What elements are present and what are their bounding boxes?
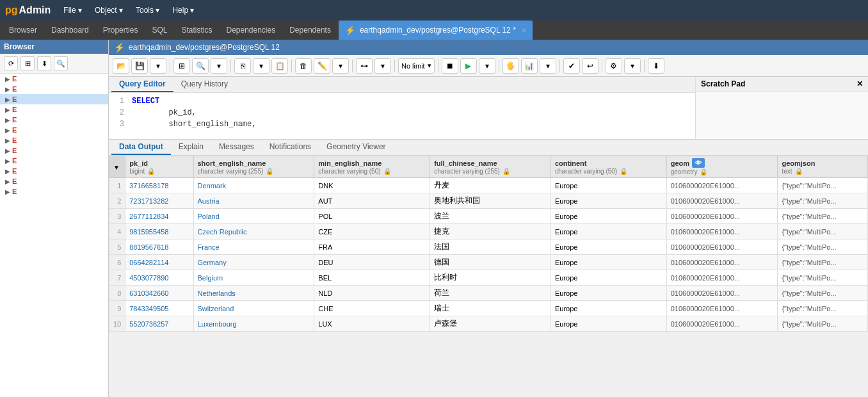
toolbar-filter[interactable]: 🔍 bbox=[192, 58, 209, 74]
toolbar-filter2[interactable]: ⊶ bbox=[356, 58, 373, 74]
tree-item-7[interactable]: ▶ E bbox=[0, 135, 108, 145]
col-header-full-chinese[interactable]: full_chinese_name character varying (255… bbox=[430, 156, 551, 178]
tab-dashboard[interactable]: Dashboard bbox=[45, 20, 95, 40]
query-icon: ⚡ bbox=[114, 42, 125, 53]
col-header-pkid[interactable]: pk_id bigint🔒 bbox=[125, 156, 193, 178]
query-editor-tab[interactable]: Query Editor bbox=[111, 77, 173, 92]
tab-query-tool[interactable]: ⚡ earthqadmin_dev/postgres@PostgreSQL 12… bbox=[339, 20, 533, 40]
table-row[interactable]: 1 3716658178 Denmark DNK 丹麦 Europe 01060… bbox=[109, 178, 868, 193]
sidebar-btn-search[interactable]: 🔍 bbox=[54, 56, 68, 70]
toolbar-view-data[interactable]: ⊞ bbox=[173, 58, 190, 74]
menu-object[interactable]: Object ▾ bbox=[90, 3, 128, 17]
tab-messages[interactable]: Messages bbox=[211, 140, 262, 155]
table-row[interactable]: 9 7843349505 Switzerland CHE 瑞士 Europe 0… bbox=[109, 301, 868, 316]
cell-geom: 0106000020E61000... bbox=[666, 286, 778, 301]
line-num-1: 1 bbox=[114, 95, 124, 107]
eye-icon[interactable]: 👁 bbox=[692, 158, 705, 168]
tab-query-close[interactable]: ✕ bbox=[521, 27, 526, 34]
sidebar-btn-1[interactable]: ⟳ bbox=[4, 56, 18, 70]
toolbar-copy[interactable]: ⎘ bbox=[234, 58, 251, 74]
col-header-geomjson[interactable]: geomjson text🔒 bbox=[778, 156, 868, 178]
menu-tools[interactable]: Tools ▾ bbox=[131, 3, 165, 17]
col-header-rownum: ▼ bbox=[109, 156, 125, 178]
menu-file[interactable]: File ▾ bbox=[58, 3, 87, 17]
table-row[interactable]: 5 8819567618 France FRA 法国 Europe 010600… bbox=[109, 239, 868, 255]
tree-item-8[interactable]: ▶ E bbox=[0, 145, 108, 156]
toolbar-analyze[interactable]: 📊 bbox=[521, 58, 538, 74]
tree-item-11[interactable]: ▶ E bbox=[0, 176, 108, 186]
tab-dependencies[interactable]: Dependencies bbox=[220, 20, 282, 40]
line-num-2: 2 bbox=[114, 107, 124, 118]
toolbar-run[interactable]: ▶ bbox=[460, 58, 477, 74]
table-row[interactable]: 10 5520736257 Luxembourg LUX 卢森堡 Europe … bbox=[109, 316, 868, 332]
tab-notifications[interactable]: Notifications bbox=[262, 140, 319, 155]
toolbar-filter2-dropdown[interactable]: ▾ bbox=[374, 58, 391, 74]
toolbar-paste[interactable]: 📋 bbox=[271, 58, 288, 74]
tree-icon-11: E bbox=[12, 177, 17, 185]
toolbar-save-dropdown[interactable]: ▾ bbox=[150, 58, 166, 74]
toolbar-filter-dropdown[interactable]: ▾ bbox=[211, 58, 227, 74]
table-row[interactable]: 4 9815955458 Czech Republic CZE 捷克 Europ… bbox=[109, 224, 868, 239]
tab-geometry-viewer[interactable]: Geometry Viewer bbox=[319, 140, 393, 155]
toolbar-explain[interactable]: 🖐 bbox=[502, 58, 519, 74]
tree-item-1[interactable]: ▶ E bbox=[0, 74, 108, 84]
col-header-min-english[interactable]: min_english_name character varying (50)🔒 bbox=[314, 156, 430, 178]
toolbar-analyze-dropdown[interactable]: ▾ bbox=[540, 58, 556, 74]
tree-item-12[interactable]: ▶ E bbox=[0, 186, 108, 197]
tree-item-3[interactable]: ▶ E bbox=[0, 94, 108, 104]
table-row[interactable]: 8 6310342660 Netherlands NLD 荷兰 Europe 0… bbox=[109, 286, 868, 301]
toolbar-edit-dropdown[interactable]: ▾ bbox=[332, 58, 349, 74]
cell-geom: 0106000020E61000... bbox=[666, 193, 778, 209]
toolbar-format-dropdown[interactable]: ▾ bbox=[624, 58, 641, 74]
col-header-continent[interactable]: continent character varying (50)🔒 bbox=[551, 156, 666, 178]
table-row[interactable]: 2 7231713282 Austria AUT 奥地利共和国 Europe 0… bbox=[109, 193, 868, 209]
table-row[interactable]: 3 2677112834 Poland POL 波兰 Europe 010600… bbox=[109, 209, 868, 224]
toolbar-limit[interactable]: No limit ▾ bbox=[398, 58, 435, 74]
cell-min-english: CZE bbox=[314, 224, 430, 239]
table-row[interactable]: 6 0664282114 Germany DEU 德国 Europe 01060… bbox=[109, 255, 868, 270]
scratch-pad-content[interactable] bbox=[696, 92, 868, 130]
toolbar-download[interactable]: ⬇ bbox=[648, 58, 664, 74]
toolbar-copy-dropdown[interactable]: ▾ bbox=[253, 58, 269, 74]
tab-sql[interactable]: SQL bbox=[145, 20, 173, 40]
tab-dependencies-label: Dependencies bbox=[226, 26, 275, 35]
menu-help[interactable]: Help ▾ bbox=[167, 3, 199, 17]
tab-properties[interactable]: Properties bbox=[97, 20, 145, 40]
tree-item-4[interactable]: ▶ E bbox=[0, 104, 108, 115]
tab-explain[interactable]: Explain bbox=[171, 140, 211, 155]
table-body: 1 3716658178 Denmark DNK 丹麦 Europe 01060… bbox=[109, 178, 868, 332]
toolbar-edit[interactable]: ✏️ bbox=[314, 58, 330, 74]
tree-item-9[interactable]: ▶ E bbox=[0, 156, 108, 166]
table-row[interactable]: 7 4503077890 Belgium BEL 比利时 Europe 0106… bbox=[109, 270, 868, 286]
tree-item-5[interactable]: ▶ E bbox=[0, 115, 108, 125]
tab-browser[interactable]: Browser bbox=[3, 20, 44, 40]
cell-short-english: Austria bbox=[193, 193, 314, 209]
content-area: ⚡ earthqadmin_dev/postgres@PostgreSQL 12… bbox=[109, 40, 868, 397]
toolbar-run-dropdown[interactable]: ▾ bbox=[479, 58, 495, 74]
cell-full-chinese: 卢森堡 bbox=[430, 316, 551, 332]
cell-pkid: 5520736257 bbox=[125, 316, 193, 332]
toolbar-delete[interactable]: 🗑 bbox=[295, 58, 312, 74]
logo-admin: Admin bbox=[19, 4, 51, 16]
col-header-geom[interactable]: geom 👁 geometry🔒 bbox=[666, 156, 778, 178]
toolbar-format[interactable]: ⚙ bbox=[606, 58, 622, 74]
query-editor[interactable]: 1SELECT 2 pk_id, 3 short_english_name, bbox=[109, 93, 695, 139]
sidebar-toolbar: ⟳ ⊞ ⬇ 🔍 bbox=[0, 54, 108, 74]
toolbar-rollback[interactable]: ↩ bbox=[582, 58, 599, 74]
toolbar-stop[interactable]: ⏹ bbox=[442, 58, 458, 74]
tab-statistics[interactable]: Statistics bbox=[175, 20, 218, 40]
tab-data-output[interactable]: Data Output bbox=[111, 140, 171, 155]
query-history-tab[interactable]: Query History bbox=[173, 77, 236, 92]
toolbar-open[interactable]: 📂 bbox=[113, 58, 129, 74]
sidebar-btn-3[interactable]: ⬇ bbox=[37, 56, 51, 70]
tab-dependents[interactable]: Dependents bbox=[283, 20, 337, 40]
tree-item-2[interactable]: ▶ E bbox=[0, 84, 108, 94]
toolbar-save[interactable]: 💾 bbox=[131, 58, 148, 74]
sidebar-btn-2[interactable]: ⊞ bbox=[20, 56, 35, 70]
cell-geom: 0106000020E61000... bbox=[666, 316, 778, 332]
toolbar-commit[interactable]: ✔ bbox=[563, 58, 580, 74]
col-header-short-english[interactable]: short_english_name character varying (25… bbox=[193, 156, 314, 178]
tree-item-6[interactable]: ▶ E bbox=[0, 125, 108, 135]
tree-item-10[interactable]: ▶ E bbox=[0, 166, 108, 176]
scratch-pad-close[interactable]: ✕ bbox=[856, 79, 863, 88]
